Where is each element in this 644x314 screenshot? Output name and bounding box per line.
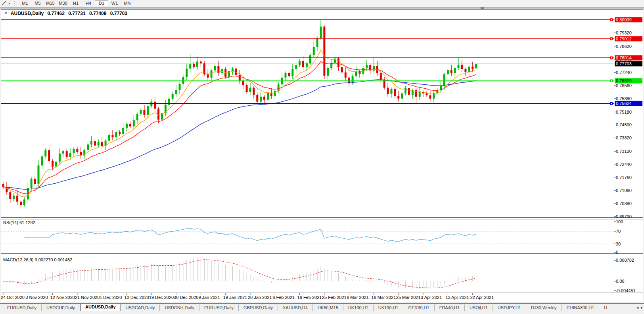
date-label: 16 Feb 2021 [297, 295, 322, 300]
axis-label: 0.79320 [616, 30, 632, 35]
timeframe-button-h1[interactable]: H1 [69, 0, 82, 6]
chart-tab[interactable]: UK100,H1 [343, 304, 374, 311]
rsi-label: RSI(14) 61.1292 [3, 220, 35, 225]
chart-tab[interactable]: GER30,H1 [403, 304, 434, 311]
chart-tab[interactable]: EURUSD,Daily [2, 304, 42, 311]
axis-label: 0.79012 [616, 36, 632, 41]
collapse-icon[interactable]: ▼ [4, 11, 8, 15]
axis-label: 0.75624 [616, 101, 632, 106]
tab-scroll-left-icon[interactable]: ◂ [636, 305, 638, 310]
date-label: 30 Dec 2020 [174, 295, 198, 300]
date-label: 28 Jan 2021 [248, 295, 272, 300]
high-value: 0.77731 [68, 11, 85, 16]
chart-tab[interactable]: U [599, 304, 612, 311]
chart-tab[interactable]: CHINA300,H1 [562, 304, 600, 311]
chart-shift-marker[interactable] [481, 7, 484, 9]
date-label: 24 Oct 2020 [1, 295, 25, 300]
timeframe-button-m1[interactable]: M1 [19, 0, 31, 6]
timeframe-button-mn[interactable]: MN [121, 0, 134, 6]
date-label: 22 Apr 2021 [470, 295, 494, 300]
axis-label: 100 [616, 219, 623, 224]
timeframe-button-h4[interactable]: H4 [82, 0, 95, 6]
date-label: 1 Dec 2020 [100, 295, 122, 300]
symbol-period-label: AUDUSD,Daily [11, 11, 44, 16]
timeframe-button-m30[interactable]: M30 [57, 0, 69, 6]
chart-tab[interactable]: FRA40,H1 [435, 304, 465, 311]
chart-tab-active[interactable]: AUDUSD,Daily [80, 303, 121, 311]
timeframe-button-m5[interactable]: M5 [31, 0, 44, 6]
date-label: 19 Jan 2021 [223, 295, 247, 300]
toolbar-grip[interactable] [14, 1, 16, 6]
date-label: 25 Mar 2021 [396, 295, 421, 300]
axis-label: 0.71760 [616, 175, 632, 180]
axis-label: 0.80009 [616, 17, 632, 22]
close-value: 0.77703 [110, 11, 127, 16]
line-tool-icon[interactable] [0, 0, 7, 6]
axis-label: -0.004451 [616, 288, 636, 293]
status-bar [0, 311, 644, 314]
axis-label: 0.75180 [616, 110, 632, 114]
chart-tab[interactable]: USDCHF,Daily [42, 304, 80, 311]
chart-title: ▼ AUDUSD,Daily 0.77462 0.77731 0.77409 0… [4, 11, 127, 16]
timeframe-button-d1[interactable]: D1 [95, 0, 108, 6]
date-label: 13 Apr 2021 [445, 295, 469, 300]
date-label: 6 Feb 2021 [272, 295, 295, 300]
window-divider-strip[interactable] [0, 7, 644, 10]
timeframe-buttons: M1M5M15M30H1H4D1W1MN [19, 0, 134, 6]
axis-label: 30 [616, 242, 621, 246]
axis-label: 0.73120 [616, 149, 632, 154]
axis-label: 0.77240 [616, 70, 632, 75]
axis-label: 0.00 [616, 279, 624, 284]
axis-label: 0.71060 [616, 188, 632, 193]
chart-tab[interactable]: GBPUSD,Daily [239, 304, 278, 311]
chart-tab[interactable]: USOil,H1 [465, 304, 493, 311]
axis-label: 0.008782 [616, 258, 634, 263]
axis-label: 0.78620 [616, 44, 632, 49]
date-label: 12 Nov 2020 [50, 295, 75, 300]
date-label: 10 Dec 2020 [125, 295, 149, 300]
tab-scroll-arrows: ◂ ▸ [634, 305, 643, 310]
chart-tab[interactable]: USDCAD,Daily [121, 304, 160, 311]
date-label: 3 Apr 2021 [421, 295, 442, 300]
date-label: 19 Dec 2020 [149, 295, 174, 300]
date-label: 16 Mar 2021 [372, 295, 396, 300]
chart-tab[interactable]: XAUUSD,H4 [278, 304, 313, 311]
axis-label: 0 [616, 250, 618, 255]
date-label: 21 Nov 2020 [75, 295, 100, 300]
timeframe-button-w1[interactable]: W1 [108, 0, 121, 6]
chart-tab[interactable]: UK100,H1 [374, 304, 404, 311]
open-value: 0.77462 [48, 11, 65, 16]
axis-label: 0.70380 [616, 201, 632, 206]
axis-label: 0.76560 [616, 83, 632, 88]
chart-svg[interactable]: 0.793200.786200.779400.772400.765600.758… [1, 10, 643, 302]
axis-label: 0.69700 [616, 214, 632, 219]
axis-label: 0.73820 [616, 135, 632, 140]
date-label: 3 Nov 2020 [25, 295, 48, 300]
tab-scroll-right-icon[interactable]: ▸ [641, 305, 643, 310]
axis-label: 0.72440 [616, 162, 632, 167]
axis-label: 0.78014 [616, 55, 632, 60]
axis-label: 70 [616, 229, 621, 234]
chart-tab-bar: EURUSD,DailyUSDCHF,DailyAUDUSD,DailyUSDC… [0, 303, 644, 311]
timeframe-button-m15[interactable]: M15 [44, 0, 57, 6]
chart-tab[interactable]: EURUSD,Daily [199, 304, 239, 311]
timeframe-toolbar: ▾ M1M5M15M30H1H4D1W1MN [0, 0, 644, 7]
chart-tab[interactable]: USDCNH,Daily [160, 304, 199, 311]
chart-tab[interactable]: HK50,M15 [313, 304, 343, 311]
axis-label: 0.75880 [616, 96, 632, 101]
axis-label: 0.76809 [616, 78, 632, 83]
date-label: 25 Feb 2021 [322, 295, 347, 300]
line-tool-dropdown-icon[interactable]: ▾ [7, 2, 12, 5]
axis-label: 0.77703 [616, 61, 632, 66]
mt4-window: ▾ M1M5M15M30H1H4D1W1MN 0.793200.786200.7… [0, 0, 644, 314]
date-label: 6 Mar 2021 [347, 295, 369, 300]
low-value: 0.77409 [89, 11, 106, 16]
macd-label: MACD(12,26,9) 0.002270 0.001452 [3, 257, 72, 262]
date-label: 9 Jan 2021 [198, 295, 220, 300]
axis-label: 0.74500 [616, 122, 632, 127]
chart-tab[interactable]: DJ30,Weekly [526, 304, 562, 311]
chart-tab[interactable]: USDJPY,H1 [493, 304, 526, 311]
